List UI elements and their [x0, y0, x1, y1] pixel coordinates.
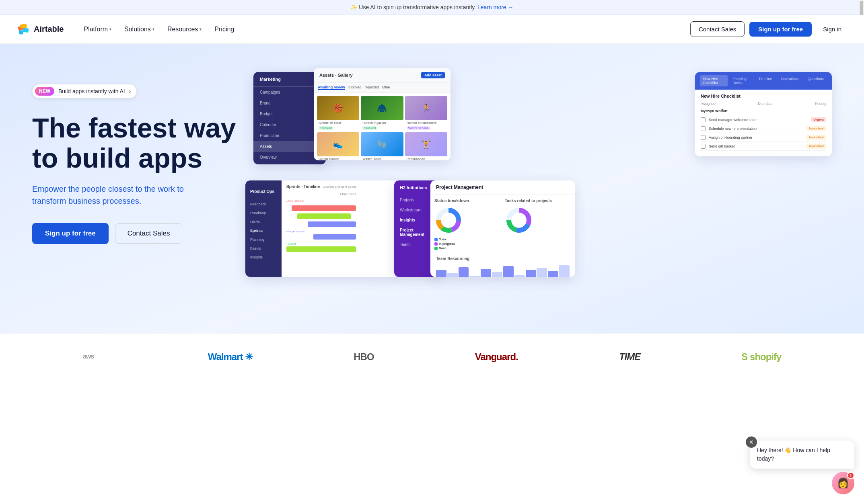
pending-count: Myrwyn Wolfart — [701, 109, 826, 113]
side-roadmap[interactable]: Roadmap — [245, 209, 282, 217]
gantt-label-done: • Done — [286, 242, 393, 246]
signup-button[interactable]: Sign up for free — [749, 22, 812, 37]
side-planning[interactable]: Planning — [245, 235, 282, 244]
side-insights[interactable]: Insights — [245, 253, 282, 262]
task-1-tag: Urgent — [811, 117, 826, 122]
nav-resources[interactable]: Resources ▾ — [162, 23, 207, 36]
asset-item-5: 🧤 Winter jacket — [361, 132, 403, 160]
nav-solutions[interactable]: Solutions ▾ — [119, 23, 160, 36]
side-feedback[interactable]: Feedback — [245, 200, 282, 209]
side-basics[interactable]: Basics — [245, 244, 282, 253]
hero-left: NEW Build apps instantly with AI › The f… — [32, 68, 241, 244]
task-3-checkbox[interactable] — [701, 135, 706, 140]
gantt-bar-4 — [313, 234, 356, 240]
new-badge[interactable]: NEW Build apps instantly with AI › — [32, 84, 137, 98]
bar-3 — [459, 267, 469, 277]
add-asset-button[interactable]: Add asset — [421, 72, 445, 78]
task-2-checkbox[interactable] — [701, 126, 706, 131]
asset-item-1: 🏀 Athlete on court Stocked — [317, 96, 359, 131]
asset-img-3: 🏃 — [405, 96, 447, 120]
banner-link[interactable]: Learn more → — [477, 4, 513, 10]
pm-tasks-section: Tasks related to projects — [505, 199, 571, 250]
priority-label: Priority — [815, 102, 826, 106]
bar-12 — [559, 265, 570, 277]
donut-legend: Todo In progress Done — [434, 238, 501, 250]
gantt-sprint-label: Current and next sprint — [323, 185, 356, 188]
contact-sales-button[interactable]: Contact Sales — [690, 21, 745, 37]
nav-pricing[interactable]: Pricing — [209, 23, 240, 36]
top-banner: ✨ Use AI to spin up transformative apps … — [0, 0, 864, 15]
tab-timeline[interactable]: Timeline — [755, 75, 776, 86]
bar-7 — [503, 266, 514, 277]
resources-chevron: ▾ — [200, 27, 202, 31]
team-resourcing: Team Resourcing — [430, 254, 575, 277]
due-label: Due date — [758, 102, 773, 106]
asset-label-5: Winter jacket — [361, 156, 403, 160]
nav-platform[interactable]: Platform ▾ — [78, 23, 117, 36]
onboarding-meta: Assignee Due date Priority — [701, 102, 826, 106]
task-4: Send gift basket Important — [701, 142, 826, 151]
asset-tag-1: Stocked — [317, 125, 359, 131]
tab-mine[interactable]: Mine — [382, 85, 390, 90]
asset-label-1: Athlete on court — [317, 120, 359, 125]
task-4-tag: Important — [806, 143, 826, 149]
side-okrs[interactable]: OKRs — [245, 217, 282, 226]
bar-10 — [537, 268, 547, 277]
assignee-label: Assignee — [701, 102, 716, 106]
scrollbar-track[interactable] — [859, 0, 864, 14]
new-badge-text: Build apps instantly with AI — [58, 88, 125, 94]
side-sprints[interactable]: Sprints — [245, 226, 282, 235]
task-1-checkbox[interactable] — [701, 117, 706, 122]
gantt-label-progress: • In progress — [286, 229, 393, 233]
solutions-chevron: ▾ — [152, 27, 154, 31]
asset-item-2: 🧥 Runner in jacket Stocked — [361, 96, 403, 131]
gantt-bar-5 — [286, 246, 356, 252]
tab-pending[interactable]: Pending Tasks — [730, 75, 753, 86]
gantt-card: Product Ops Feedback Roadmap OKRs Sprint… — [245, 180, 398, 277]
airtable-logo-icon — [16, 22, 31, 37]
task-2-text: Schedule new-hire orientation — [709, 127, 803, 131]
asset-img-2: 🧥 — [361, 96, 403, 120]
bar-1 — [436, 270, 446, 277]
tab-new-hire[interactable]: New Hire Checklist — [700, 75, 728, 86]
banner-text: ✨ Use AI to spin up transformative apps … — [350, 4, 476, 10]
onboarding-header: New Hire Checklist Pending Tasks Timelin… — [695, 72, 832, 90]
gantt-sidebar-header: Product Ops — [245, 185, 282, 198]
task-2-tag: Important — [806, 126, 826, 131]
tab-operations[interactable]: Operations — [778, 75, 802, 86]
asset-item-4: 👟 Spring season — [317, 132, 359, 160]
signin-button[interactable]: Sign in — [817, 22, 848, 37]
hero-contact-button[interactable]: Contact Sales — [115, 223, 183, 244]
tab-rejected[interactable]: Rejected — [364, 85, 379, 90]
svg-rect-3 — [20, 24, 27, 28]
asset-label-2: Runner in jacket — [361, 120, 403, 125]
hero-buttons: Sign up for free Contact Sales — [32, 223, 241, 244]
pm-status-title: Status breakdown — [434, 199, 501, 203]
task-2: Schedule new-hire orientation Important — [701, 124, 826, 133]
aws-logo-icon: aws — [83, 350, 107, 362]
new-pill: NEW — [35, 87, 54, 96]
tab-awaiting-review[interactable]: Awaiting review — [318, 85, 345, 90]
bar-9 — [526, 270, 536, 277]
pm-tasks-title: Tasks related to projects — [505, 199, 571, 203]
asset-label-6: Performance — [405, 156, 447, 160]
tab-questions[interactable]: Questions — [804, 75, 827, 86]
task-1: Send manager welcome letter Urgent — [701, 115, 826, 124]
hero-signup-button[interactable]: Sign up for free — [32, 223, 109, 244]
assets-tabs: Awaiting review Stocked Rejected Mine — [314, 83, 451, 93]
bar-4 — [469, 276, 480, 277]
task-4-checkbox[interactable] — [701, 144, 706, 149]
logo-shopify: S shopify — [741, 351, 781, 363]
logo-time: TIME — [619, 351, 640, 363]
onboarding-body: New Hire Checklist Assignee Due date Pri… — [695, 90, 832, 155]
asset-label-4: Spring season — [317, 156, 359, 160]
bar-6 — [492, 272, 502, 277]
tab-stocked[interactable]: Stocked — [348, 85, 362, 90]
new-badge-arrow-icon: › — [129, 88, 131, 94]
nav-logo-text: Airtable — [34, 25, 64, 34]
task-3: Assign on-boarding partner Important — [701, 133, 826, 142]
hero-screenshots: Marketing Campaigns Brand Budget Calenda… — [233, 68, 832, 269]
hero-subtitle: Empower the people closest to the work t… — [32, 183, 217, 207]
onboarding-card: New Hire Checklist Pending Tasks Timelin… — [695, 72, 832, 156]
nav-logo[interactable]: Airtable — [16, 22, 64, 37]
